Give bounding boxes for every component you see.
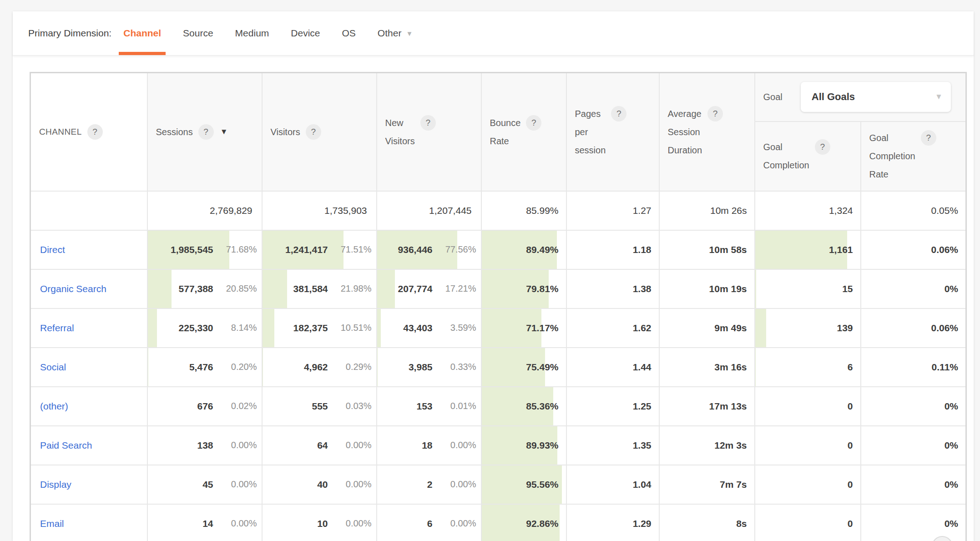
help-icon[interactable]: ? bbox=[420, 115, 436, 131]
goal-label: Goal bbox=[763, 92, 783, 102]
column-header-bounce-rate[interactable]: Bounce Rate? bbox=[481, 73, 566, 191]
total-sessions: 2,769,829 bbox=[210, 205, 252, 216]
share-bar bbox=[755, 309, 766, 347]
share-bar bbox=[263, 270, 288, 308]
column-header-sessions[interactable]: Sessions?▼ bbox=[147, 73, 262, 191]
help-icon[interactable]: ? bbox=[921, 130, 936, 146]
analytics-report-page: Primary Dimension: Channel Source Medium… bbox=[0, 0, 980, 541]
tab-source[interactable]: Source bbox=[178, 11, 218, 55]
share-bar bbox=[755, 348, 756, 386]
table-row-paid-search: Paid Search 1380.00% 640.00% 180.00% 89.… bbox=[30, 426, 966, 465]
share-bar bbox=[377, 348, 378, 386]
tab-device[interactable]: Device bbox=[286, 11, 324, 55]
channel-link[interactable]: Email bbox=[40, 518, 64, 529]
column-header-pages-per-session[interactable]: Pages per session? bbox=[566, 73, 659, 191]
share-bar bbox=[377, 309, 381, 347]
channel-link[interactable]: Paid Search bbox=[40, 440, 92, 451]
total-bounce-rate: 85.99% bbox=[526, 205, 558, 216]
total-pages-per-session: 1.27 bbox=[633, 205, 652, 216]
help-icon[interactable]: ? bbox=[526, 115, 541, 131]
tab-channel[interactable]: Channel bbox=[119, 11, 166, 55]
share-bar bbox=[377, 270, 395, 308]
table-row-display: Display 450.00% 400.00% 20.00% 95.56% 1.… bbox=[30, 465, 966, 504]
channel-link[interactable]: Display bbox=[40, 479, 71, 490]
channel-link[interactable]: Referral bbox=[40, 323, 74, 334]
share-bar bbox=[148, 309, 157, 347]
share-bar bbox=[263, 348, 263, 386]
chevron-down-icon: ▼ bbox=[406, 30, 413, 37]
tab-os[interactable]: OS bbox=[338, 11, 360, 55]
column-header-new-visitors[interactable]: New Visitors? bbox=[377, 73, 481, 191]
share-bar bbox=[755, 270, 757, 308]
column-header-goal-completion[interactable]: Goal Completion? bbox=[755, 121, 861, 191]
help-icon[interactable]: ? bbox=[707, 106, 723, 121]
total-visitors: 1,735,903 bbox=[324, 205, 367, 216]
primary-dimension-label: Primary Dimension: bbox=[28, 28, 111, 39]
column-header-goal-completion-rate[interactable]: Goal Completion Rate? bbox=[861, 121, 966, 191]
dimension-tabs: Channel Source Medium Device OS Other▼ bbox=[119, 11, 430, 55]
channels-table-wrap: CHANNEL? Sessions?▼ Visitors? New Visito… bbox=[30, 72, 967, 541]
total-avg-session-duration: 10m 26s bbox=[710, 205, 747, 216]
goal-header: Goal All Goals ▼ bbox=[755, 73, 966, 121]
table-header-row: CHANNEL? Sessions?▼ Visitors? New Visito… bbox=[30, 73, 966, 121]
total-goal-completion-rate: 0.05% bbox=[931, 205, 958, 216]
table-row-email: Email 140.00% 100.00% 60.00% 92.86% 1.29… bbox=[30, 504, 966, 541]
report-card: Primary Dimension: Channel Source Medium… bbox=[13, 11, 974, 541]
help-icon[interactable]: ? bbox=[306, 124, 321, 140]
help-icon[interactable]: ? bbox=[87, 124, 103, 140]
help-icon[interactable]: ? bbox=[815, 139, 830, 155]
channel-link[interactable]: Social bbox=[40, 362, 66, 373]
column-header-channel: CHANNEL? bbox=[30, 73, 147, 191]
goal-selector-dropdown[interactable]: All Goals ▼ bbox=[801, 82, 951, 112]
column-header-avg-session-duration[interactable]: Average Session Duration? bbox=[659, 73, 755, 191]
channels-table: CHANNEL? Sessions?▼ Visitors? New Visito… bbox=[30, 72, 967, 541]
share-bar bbox=[148, 348, 148, 386]
help-icon[interactable]: ? bbox=[198, 124, 214, 140]
table-row-other: (other) 6760.02% 5550.03% 1530.01% 85.36… bbox=[30, 387, 966, 426]
total-new-visitors: 1,207,445 bbox=[429, 205, 471, 216]
totals-row: 2,769,829 1,735,903 1,207,445 85.99% 1.2… bbox=[30, 191, 966, 230]
channel-link[interactable]: (other) bbox=[40, 401, 68, 412]
table-row-social: Social 5,4760.20% 4,9620.29% 3,9850.33% … bbox=[30, 348, 966, 387]
total-goal-completions: 1,324 bbox=[829, 205, 853, 216]
share-bar bbox=[263, 309, 274, 347]
tab-medium[interactable]: Medium bbox=[231, 11, 274, 55]
channel-link[interactable]: Organic Search bbox=[40, 283, 106, 294]
table-row-organic-search: Organic Search 577,38820.85% 381,58421.9… bbox=[30, 269, 966, 308]
tab-other[interactable]: Other▼ bbox=[373, 11, 417, 55]
sort-desc-icon[interactable]: ▼ bbox=[220, 127, 228, 137]
goal-selector-value: All Goals bbox=[812, 91, 935, 103]
chevron-down-icon: ▼ bbox=[935, 92, 943, 101]
table-row-direct: Direct 1,985,54571.68% 1,241,41771.51% 9… bbox=[30, 230, 966, 269]
help-icon[interactable]: ? bbox=[611, 106, 626, 121]
primary-dimension-bar: Primary Dimension: Channel Source Medium… bbox=[13, 11, 974, 56]
share-bar bbox=[148, 270, 172, 308]
channel-link[interactable]: Direct bbox=[40, 244, 65, 255]
column-header-visitors[interactable]: Visitors? bbox=[262, 73, 377, 191]
table-row-referral: Referral 225,3308.14% 182,37510.51% 43,4… bbox=[30, 308, 966, 348]
